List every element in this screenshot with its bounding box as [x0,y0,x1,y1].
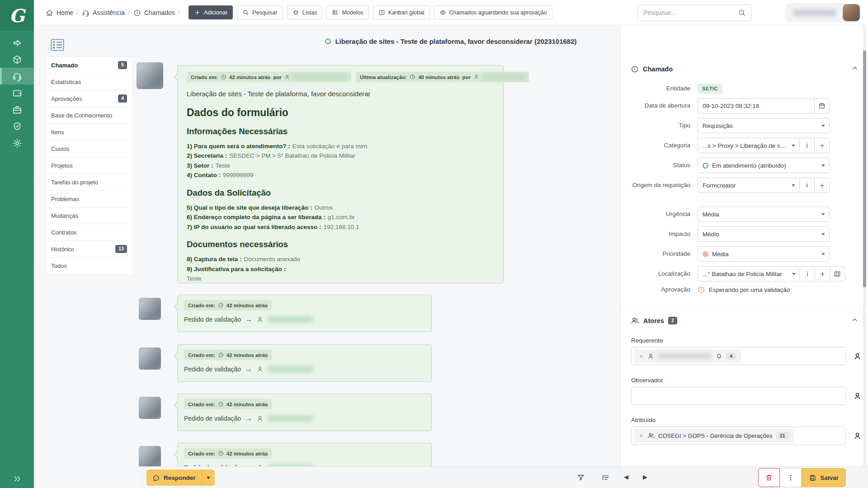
location-info-button[interactable]: i [800,266,815,282]
timeline-options-button[interactable] [601,474,609,483]
page-title-text: Liberação de sites - Teste de plataforma… [335,38,576,45]
save-button[interactable]: Salvar [802,468,846,487]
source-select[interactable]: Formcreator [698,178,800,193]
user-icon [853,392,862,400]
add-requester-button[interactable] [853,352,862,361]
tab-item[interactable]: Itens [46,124,132,141]
requester-input[interactable]: 4 [631,347,846,365]
form-line: 1) Para quem será o atendimento? :Esta s… [187,141,494,151]
impact-select[interactable]: Médio [698,226,830,242]
validation-line: Pedido de validação→ [184,315,425,324]
add-assigned-button[interactable] [853,432,862,440]
sidebar-item[interactable] [0,34,34,51]
navbar-action-icon [242,9,249,16]
category-add-button[interactable] [814,138,830,153]
location-select[interactable]: ...° Batalhao de Policia Militar [698,266,800,282]
reply-button[interactable]: Responder [146,474,202,482]
ticket-section-title: Chamado [643,66,673,73]
navbar-action-button[interactable]: Chamados aguardando sua aprovação [434,5,552,19]
navbar-action-button[interactable]: Adicionar [189,5,233,19]
assigned-input[interactable]: COSEGI > GOPS - Gerência de Operações 11 [631,427,846,445]
tab-count-badge: 13 [115,245,127,253]
tab-item[interactable]: Problemas [46,191,132,207]
breadcrumb-item[interactable]: Assistência/ [82,9,130,17]
remove-assigned-button[interactable] [639,433,644,438]
breadcrumb-separator: / [178,9,180,16]
breadcrumb-item[interactable]: Chamados/ [133,9,180,17]
validation-line: Pedido de validação→ [184,414,425,422]
watcher-input[interactable] [631,387,846,405]
chevrons-right-icon [13,474,22,483]
save-label: Salvar [820,474,839,481]
global-search-input[interactable] [643,9,738,16]
next-ticket-button[interactable]: ▶ [643,474,647,480]
more-actions-button[interactable] [780,468,802,487]
tab-item[interactable]: Tarefas do projeto [46,174,132,191]
ticket-section-header: Chamado [621,25,868,74]
validation-card: Criado em:42 minutos atrás Pedido de val… [177,344,432,382]
navbar-action-button[interactable]: Pesquisar [237,5,283,19]
location-map-button[interactable] [830,266,845,282]
navbar-action-button[interactable]: Listas [287,5,323,19]
form-section-heading: Documentos necessários [187,238,494,251]
footer-action-bar: Responder ◀ ▶ Salvar [138,466,868,488]
approval-value: Esperando por uma validação [709,286,790,293]
opening-date-input[interactable]: 09-10-2023 08:32:18 [698,98,815,113]
source-info-button[interactable]: i [799,178,815,193]
search-icon[interactable] [738,9,746,17]
created-label: Criado em: [191,75,218,80]
sidebar-item[interactable] [0,135,34,151]
tab-item[interactable]: Todos [46,258,132,274]
navbar-action-icon [439,9,446,16]
source-add-button[interactable] [814,178,830,193]
navbar-action-button[interactable]: Modelos [326,5,368,19]
tab-item[interactable]: Custos [46,141,132,157]
card-tail [174,401,178,409]
sidebar-item[interactable] [0,118,34,135]
tab-item[interactable]: Chamado5 [46,57,132,74]
navbar-action-button[interactable]: Kanban global [373,5,430,19]
arrow-right-icon: → [245,365,252,373]
form-field-value: Esta solicitação é para mim [292,143,367,150]
remove-requester-button[interactable] [639,354,644,359]
sidebar-expand-button[interactable] [0,474,34,483]
collapse-section-button[interactable] [851,64,859,74]
tab-item[interactable]: Base de Conhecimento [46,107,132,124]
calendar-button[interactable] [814,98,830,113]
panel-scrollbar-thumb[interactable] [863,51,866,287]
location-label: Localização [621,270,698,278]
category-select[interactable]: ...s > Proxy > Liberação de sites [698,138,800,153]
tab-item[interactable]: Estatísticas [46,74,132,90]
sidebar-item[interactable] [0,68,34,84]
delete-button[interactable] [758,468,780,487]
glpi-logo[interactable]: G [0,0,34,31]
sidebar-item[interactable] [0,51,34,68]
tab-item[interactable]: Contratos [46,224,132,241]
validator-avatar [139,446,161,468]
status-select[interactable]: Em atendimento (atribuído) [698,158,830,173]
user-menu[interactable] [785,3,861,22]
tab-item[interactable]: Mudanças [46,207,132,224]
location-add-button[interactable] [815,266,830,282]
sidebar-item[interactable] [0,101,34,118]
tab-item[interactable]: Projetos [46,157,132,174]
tab-item[interactable]: Aprovações4 [46,90,132,107]
priority-select[interactable]: Média [698,246,830,262]
navbar-action-label: Pesquisar [252,9,278,16]
category-info-button[interactable]: i [799,138,815,153]
add-watcher-button[interactable] [853,392,862,400]
sidebar-item[interactable] [0,84,34,101]
reply-dropdown-button[interactable] [202,469,215,486]
type-select[interactable]: Requisição [698,118,830,133]
requester-avatar [137,62,163,89]
breadcrumb-item[interactable]: Home/ [46,9,78,17]
type-value: Requisição [703,122,733,129]
previous-ticket-button[interactable]: ◀ [624,474,628,480]
user-icon [853,432,862,440]
tab-item[interactable]: Histórico13 [46,241,132,258]
filter-timeline-button[interactable] [577,474,585,483]
urgency-select[interactable]: Média [698,206,830,222]
collapse-section-button[interactable] [851,316,859,325]
impact-label: Impacto [621,230,698,238]
created-label: Criado em: [188,451,215,456]
